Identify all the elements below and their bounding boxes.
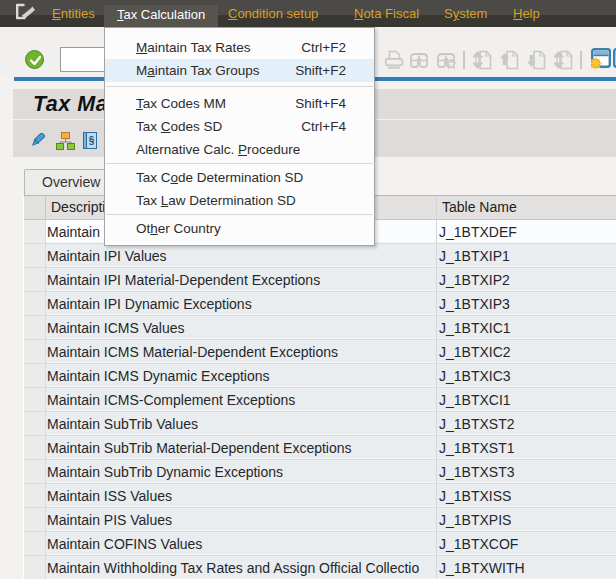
svg-text:§: §	[89, 135, 95, 146]
